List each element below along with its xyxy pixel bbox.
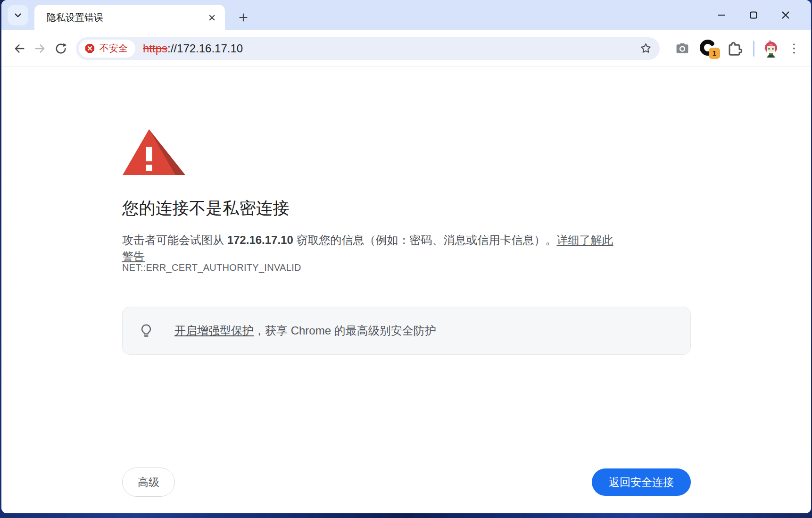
bookmark-star-button[interactable]	[636, 39, 655, 58]
error-page: 您的连接不是私密连接 攻击者可能会试图从 172.16.17.10 窃取您的信息…	[1, 67, 811, 513]
maximize-button[interactable]	[737, 2, 770, 28]
description-suffix: 窃取您的信息（例如：密码、消息或信用卡信息）。	[293, 234, 557, 246]
warning-triangle-icon	[122, 126, 186, 177]
extensions-button[interactable]	[725, 38, 746, 59]
not-secure-icon	[84, 43, 95, 54]
plus-icon	[238, 12, 249, 23]
reload-button[interactable]	[50, 38, 71, 59]
window-controls	[705, 0, 802, 30]
url-text: https://172.16.17.10	[143, 42, 636, 55]
avatar-image	[762, 40, 780, 58]
forward-arrow-icon	[33, 42, 47, 55]
back-to-safety-button[interactable]: 返回安全连接	[592, 468, 691, 496]
security-chip-label: 不安全	[99, 42, 128, 55]
enhanced-protection-text: 开启增强型保护，获享 Chrome 的最高级别安全防护	[174, 323, 436, 338]
active-tab[interactable]: 隐私设置错误	[34, 5, 225, 30]
toolbar-right-icons: 1 ⋮	[672, 38, 803, 59]
adblock-extension-button[interactable]: 1	[698, 38, 719, 59]
chevron-down-icon	[13, 10, 23, 20]
error-description: 攻击者可能会试图从 172.16.17.10 窃取您的信息（例如：密码、消息或信…	[122, 232, 622, 265]
puzzle-icon	[727, 40, 744, 57]
page-title: 您的连接不是私密连接	[122, 197, 290, 219]
address-bar[interactable]: 不安全 https://172.16.17.10	[76, 37, 660, 60]
maximize-icon	[748, 10, 759, 20]
toolbar: 不安全 https://172.16.17.10 1	[1, 30, 811, 67]
tab-strip: 隐私设置错误	[1, 0, 811, 30]
enhanced-protection-rest: ，获享 Chrome 的最高级别安全防护	[254, 324, 436, 337]
advanced-button[interactable]: 高级	[122, 468, 175, 497]
tab-title: 隐私设置错误	[47, 11, 205, 24]
minimize-icon	[716, 10, 727, 20]
close-button[interactable]	[770, 2, 802, 28]
enhanced-protection-link[interactable]: 开启增强型保护	[174, 324, 254, 337]
camera-icon	[675, 41, 690, 56]
action-row: 高级 返回安全连接	[122, 468, 691, 497]
tab-search-button[interactable]	[8, 5, 28, 25]
browser-window: 隐私设置错误	[1, 0, 811, 513]
url-scheme: https	[143, 42, 167, 55]
security-chip[interactable]: 不安全	[79, 40, 135, 58]
extension-badge: 1	[709, 48, 720, 59]
attacked-host: 172.16.17.10	[227, 234, 293, 246]
url-rest: ://172.16.17.10	[167, 42, 243, 55]
minimize-button[interactable]	[705, 2, 737, 28]
close-icon	[780, 9, 791, 21]
reload-icon	[54, 42, 67, 55]
forward-button[interactable]	[30, 38, 50, 59]
error-code: NET::ERR_CERT_AUTHORITY_INVALID	[122, 262, 301, 273]
screenshot-camera-button[interactable]	[672, 38, 693, 59]
description-prefix: 攻击者可能会试图从	[122, 234, 227, 246]
back-arrow-icon	[13, 42, 26, 55]
star-icon	[639, 42, 652, 55]
back-button[interactable]	[9, 38, 30, 59]
tab-close-icon[interactable]	[205, 11, 218, 24]
toolbar-separator	[753, 41, 754, 57]
lightbulb-icon	[139, 323, 154, 338]
new-tab-button[interactable]	[233, 8, 253, 27]
enhanced-protection-banner: 开启增强型保护，获享 Chrome 的最高级别安全防护	[122, 307, 691, 355]
browser-menu-button[interactable]: ⋮	[786, 41, 803, 56]
profile-avatar[interactable]	[762, 40, 780, 58]
